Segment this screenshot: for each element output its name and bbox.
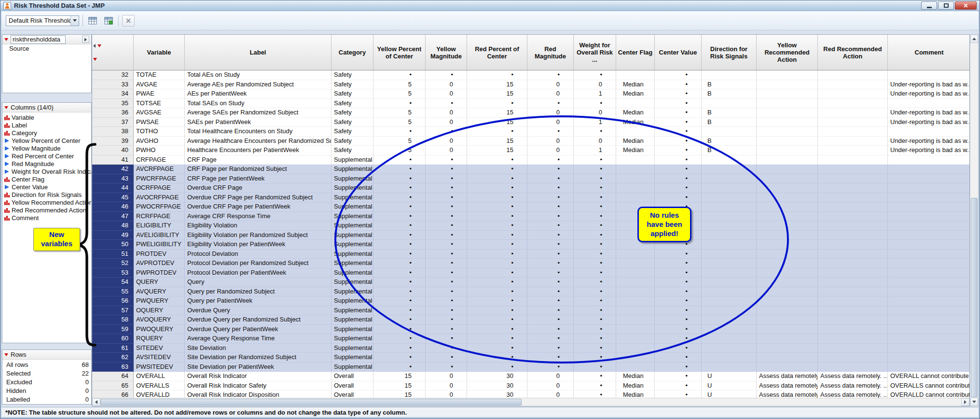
row-number-cell[interactable]: 43: [92, 174, 134, 184]
cell-yellow-magnitude[interactable]: •: [426, 99, 467, 109]
cell-comment[interactable]: [888, 202, 969, 212]
cell-yellow-magnitude[interactable]: •: [426, 363, 467, 372]
cell-yellow-action[interactable]: [757, 99, 818, 109]
cell-yellow-magnitude[interactable]: 0: [426, 381, 467, 391]
table-row[interactable]: 57 OQUERY Overdue Query Supplemental • •…: [92, 306, 969, 316]
cell-center-flag[interactable]: [616, 325, 655, 335]
cell-yellow-percent[interactable]: •: [373, 165, 426, 174]
cell-yellow-action[interactable]: [757, 325, 818, 335]
cell-red-percent[interactable]: 30: [467, 372, 527, 381]
table-row[interactable]: 44 OCRFPAGE Overdue CRF Page Supplementa…: [92, 183, 969, 193]
cell-red-percent[interactable]: •: [467, 70, 527, 80]
cell-yellow-magnitude[interactable]: •: [426, 259, 467, 268]
cell-label[interactable]: Site Deviation per Randomized Subject: [185, 353, 331, 363]
cell-center-flag[interactable]: [616, 202, 655, 212]
cell-red-magnitude[interactable]: •: [527, 183, 574, 193]
cell-direction[interactable]: B: [702, 89, 757, 99]
cell-yellow-magnitude[interactable]: 0: [426, 391, 467, 398]
table-row[interactable]: 65 OVERALLS Overall Risk Indicator Safet…: [92, 381, 969, 391]
column-header-weight[interactable]: Weight for Overall Risk ...: [574, 35, 616, 70]
cell-yellow-percent[interactable]: 5: [373, 89, 426, 99]
cell-red-magnitude[interactable]: •: [527, 231, 574, 240]
cell-comment[interactable]: [888, 278, 969, 287]
cell-category[interactable]: Safety: [331, 99, 373, 109]
cell-weight[interactable]: 1: [574, 89, 616, 99]
cell-direction[interactable]: [702, 315, 757, 325]
cell-direction[interactable]: [702, 165, 757, 174]
table-row[interactable]: 66 OVERALLD Overall Risk Indicator Dispo…: [92, 391, 969, 398]
cell-red-magnitude[interactable]: •: [527, 363, 574, 372]
columns-panel-item[interactable]: Label: [2, 121, 91, 129]
cell-red-percent[interactable]: •: [467, 202, 527, 212]
row-number-cell[interactable]: 42: [92, 165, 134, 174]
cell-center-value[interactable]: •: [655, 212, 702, 222]
cell-red-action[interactable]: Assess data remotely. ...: [818, 381, 888, 391]
cell-comment[interactable]: [888, 127, 969, 137]
table-row[interactable]: 37 PWSAE SAEs per PatientWeek Safety 5 0…: [92, 118, 969, 127]
cell-comment[interactable]: OVERALL cannot contribute ...: [888, 372, 969, 381]
cell-comment[interactable]: [888, 325, 969, 335]
cell-category[interactable]: Supplemental: [331, 325, 373, 335]
cell-variable[interactable]: SITEDEV: [134, 344, 185, 353]
cell-center-flag[interactable]: [616, 231, 655, 240]
cell-direction[interactable]: U: [702, 391, 757, 398]
cell-red-percent[interactable]: •: [467, 212, 527, 222]
cell-center-value[interactable]: •: [655, 193, 702, 203]
cell-red-action[interactable]: [818, 325, 888, 335]
cell-variable[interactable]: PWCRFPAGE: [134, 174, 185, 184]
maximize-button[interactable]: [938, 1, 954, 10]
cell-center-value[interactable]: •: [655, 334, 702, 344]
cell-red-action[interactable]: [818, 306, 888, 316]
cell-yellow-percent[interactable]: •: [373, 127, 426, 137]
cell-comment[interactable]: OVERALLD cannot contribut...: [888, 391, 969, 398]
cell-weight[interactable]: •: [574, 391, 616, 398]
cell-red-percent[interactable]: •: [467, 325, 527, 335]
cell-yellow-action[interactable]: [757, 221, 818, 231]
scroll-right-button[interactable]: [961, 398, 969, 406]
table-row[interactable]: 56 PWQUERY Query per PatientWeek Supplem…: [92, 296, 969, 306]
column-header-direction[interactable]: Direction for Risk Signals: [702, 35, 757, 70]
row-number-cell[interactable]: 46: [92, 202, 134, 212]
cell-direction[interactable]: [702, 174, 757, 184]
cell-center-flag[interactable]: Median: [616, 89, 655, 99]
column-header-yellow-magnitude[interactable]: Yellow Magnitude: [426, 35, 467, 70]
cell-category[interactable]: Supplemental: [331, 344, 373, 353]
column-header-yellow-action[interactable]: Yellow Recommended Action: [757, 35, 818, 70]
columns-panel-item[interactable]: Red Recommended Action: [2, 206, 91, 214]
cell-variable[interactable]: PROTDEV: [134, 250, 185, 259]
cell-red-magnitude[interactable]: 0: [527, 89, 574, 99]
cell-center-value[interactable]: •: [655, 259, 702, 268]
cell-center-value[interactable]: •: [655, 174, 702, 184]
table-panel-item[interactable]: Source: [2, 44, 91, 53]
cell-yellow-magnitude[interactable]: 0: [426, 89, 467, 99]
cell-center-flag[interactable]: [616, 165, 655, 174]
table-row[interactable]: 38 TOTHO Total Healthcare Encounters on …: [92, 127, 969, 137]
cell-yellow-action[interactable]: [757, 296, 818, 306]
row-number-cell[interactable]: 62: [92, 353, 134, 363]
cell-yellow-percent[interactable]: •: [373, 231, 426, 240]
cell-category[interactable]: Supplemental: [331, 268, 373, 278]
cell-variable[interactable]: AVCRFPAGE: [134, 165, 185, 174]
cell-red-magnitude[interactable]: •: [527, 202, 574, 212]
cell-center-value[interactable]: •: [655, 221, 702, 231]
cell-center-value[interactable]: •: [655, 118, 702, 127]
cell-red-percent[interactable]: 15: [467, 89, 527, 99]
minimize-button[interactable]: [921, 1, 937, 10]
cell-comment[interactable]: [888, 193, 969, 203]
cell-red-magnitude[interactable]: •: [527, 306, 574, 316]
cell-red-action[interactable]: [818, 70, 888, 80]
cell-center-value[interactable]: •: [655, 315, 702, 325]
cell-category[interactable]: Supplemental: [331, 250, 373, 259]
cell-center-value[interactable]: •: [655, 231, 702, 240]
cell-red-magnitude[interactable]: 0: [527, 372, 574, 381]
cell-yellow-magnitude[interactable]: •: [426, 231, 467, 240]
cell-category[interactable]: Safety: [331, 80, 373, 90]
cell-red-percent[interactable]: •: [467, 363, 527, 372]
table-row[interactable]: 49 AVELIGIBILITY Eligibility Violation p…: [92, 231, 969, 240]
cell-variable[interactable]: AVGAE: [134, 80, 185, 90]
cell-category[interactable]: Safety: [331, 70, 373, 80]
columns-panel-item[interactable]: Center Flag: [2, 175, 91, 183]
cell-center-value[interactable]: •: [655, 127, 702, 137]
cell-red-action[interactable]: [818, 231, 888, 240]
cell-label[interactable]: Overall Risk Indicator Disposition: [185, 391, 331, 398]
